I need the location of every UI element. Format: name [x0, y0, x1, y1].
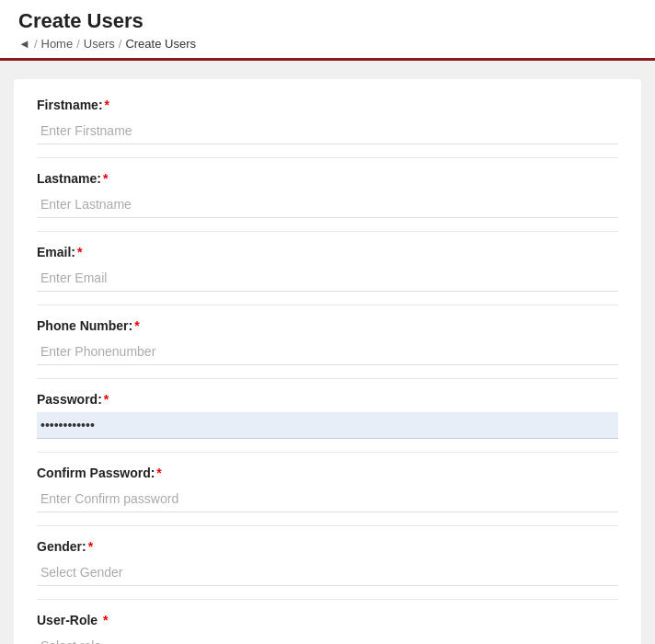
lastname-required: * — [103, 171, 108, 186]
breadcrumb: ◄ / Home / Users / Create Users — [18, 37, 637, 51]
breadcrumb-back-icon[interactable]: ◄ — [18, 37, 30, 51]
breadcrumb-home[interactable]: Home — [41, 37, 74, 51]
email-group: Email:* — [37, 245, 618, 305]
firstname-group: Firstname:* — [37, 98, 618, 158]
user-role-group: User-Role * Select role Admin User Moder… — [37, 613, 618, 644]
user-role-select[interactable]: Select role Admin User Moderator — [37, 633, 618, 644]
breadcrumb-sep-2: / — [119, 37, 122, 51]
lastname-group: Lastname:* — [37, 171, 618, 232]
password-group: Password:* — [37, 392, 618, 453]
gender-label: Gender:* — [37, 539, 618, 554]
user-role-required: * — [103, 613, 108, 627]
email-input[interactable] — [37, 265, 618, 292]
breadcrumb-users[interactable]: Users — [84, 37, 115, 51]
user-role-label: User-Role * — [37, 613, 618, 627]
create-user-form: Firstname:* Lastname:* Email:* Phone Num… — [14, 79, 641, 644]
password-label: Password:* — [37, 392, 618, 407]
breadcrumb-sep-1: / — [76, 37, 80, 51]
firstname-label: Firstname:* — [37, 98, 618, 112]
confirm-password-input[interactable] — [37, 486, 618, 512]
firstname-input[interactable] — [37, 118, 618, 144]
password-required: * — [104, 392, 109, 407]
breadcrumb-create-users: Create Users — [125, 37, 196, 51]
breadcrumb-sep-0: / — [34, 37, 38, 51]
page-title: Create Users — [18, 9, 637, 33]
lastname-input[interactable] — [37, 191, 618, 218]
phone-required: * — [134, 318, 139, 333]
lastname-label: Lastname:* — [37, 171, 618, 186]
page-header: Create Users ◄ / Home / Users / Create U… — [0, 0, 655, 61]
gender-group: Gender:* Select Gender Male Female Other — [37, 539, 618, 600]
confirm-password-label: Confirm Password:* — [37, 466, 618, 480]
password-input[interactable] — [37, 412, 618, 439]
email-label: Email:* — [37, 245, 618, 259]
phone-group: Phone Number:* — [37, 318, 618, 379]
email-required: * — [77, 245, 82, 259]
confirm-password-required: * — [156, 466, 161, 480]
phone-input[interactable] — [37, 339, 618, 365]
firstname-required: * — [105, 98, 109, 112]
phone-label: Phone Number:* — [37, 318, 618, 333]
confirm-password-group: Confirm Password:* — [37, 466, 618, 526]
gender-select[interactable]: Select Gender Male Female Other — [37, 559, 618, 586]
gender-required: * — [88, 539, 93, 554]
